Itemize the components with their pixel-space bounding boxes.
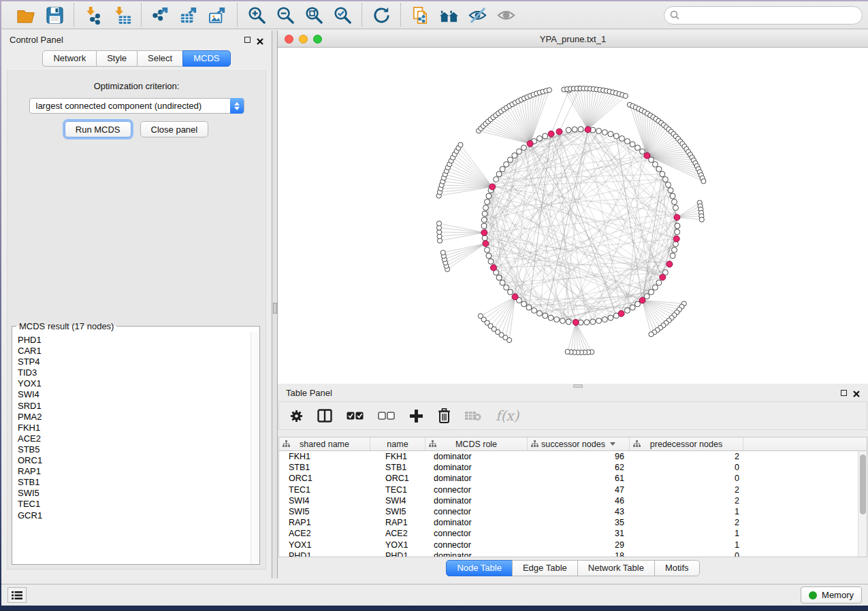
cell-shared-name[interactable]: TEC1 — [279, 485, 370, 495]
select-all-icon[interactable] — [347, 412, 364, 420]
graph-node[interactable] — [699, 217, 704, 222]
cell-MCDS-role[interactable]: dominator — [425, 452, 528, 461]
graph-node[interactable] — [566, 127, 571, 133]
cell-name[interactable]: SWI5 — [370, 507, 425, 516]
task-history-button[interactable] — [7, 587, 27, 603]
graph-node[interactable] — [596, 318, 602, 324]
apply-layout-icon[interactable] — [369, 3, 393, 27]
graph-node[interactable] — [508, 157, 513, 163]
close-table-panel-icon[interactable] — [853, 389, 860, 396]
graph-node[interactable] — [566, 319, 571, 325]
graph-hub-node[interactable] — [489, 184, 496, 190]
graph-hub-node[interactable] — [618, 310, 624, 316]
cell-successor-nodes[interactable]: 47 — [528, 485, 630, 495]
cell-MCDS-role[interactable]: connector — [425, 529, 528, 538]
cell-name[interactable]: TEC1 — [370, 485, 425, 495]
column-header-name[interactable]: name — [370, 437, 425, 450]
maximize-window-button[interactable] — [313, 35, 322, 44]
cell-predecessor-nodes[interactable]: 0 — [630, 551, 743, 557]
graph-node[interactable] — [672, 199, 677, 205]
cell-predecessor-nodes[interactable]: 0 — [630, 463, 743, 472]
memory-button[interactable]: Memory — [801, 587, 862, 604]
graph-node[interactable] — [521, 145, 527, 150]
graph-node[interactable] — [486, 193, 492, 199]
graph-node[interactable] — [481, 217, 487, 222]
graph-node[interactable] — [482, 211, 487, 216]
result-node-item[interactable]: PMA2 — [18, 412, 251, 423]
graph-node[interactable] — [649, 332, 654, 337]
graph-node[interactable] — [485, 247, 490, 252]
table-row[interactable]: PHD1PHD1dominator180 — [279, 550, 858, 557]
graph-node[interactable] — [660, 171, 665, 177]
result-node-item[interactable]: GCR1 — [18, 510, 251, 521]
splitter-grip[interactable] — [273, 303, 277, 314]
result-node-item[interactable]: STB1 — [18, 477, 251, 488]
graph-hub-node[interactable] — [490, 265, 496, 271]
graph-node[interactable] — [602, 130, 607, 135]
graph-node[interactable] — [504, 162, 509, 167]
graph-node[interactable] — [496, 275, 502, 280]
graph-hub-node[interactable] — [585, 127, 591, 133]
table-row[interactable]: YOX1YOX1connector291 — [279, 540, 858, 550]
table-row[interactable]: ORC1ORC1dominator610 — [279, 473, 858, 484]
cell-predecessor-nodes[interactable]: 2 — [630, 496, 743, 506]
result-node-item[interactable]: ORC1 — [18, 455, 251, 466]
cell-name[interactable]: FKH1 — [370, 452, 425, 461]
result-node-item[interactable]: YOX1 — [18, 378, 251, 389]
graph-hub-node[interactable] — [527, 141, 533, 147]
criterion-select[interactable]: largest connected component (undirected) — [29, 98, 244, 114]
graph-hub-node[interactable] — [573, 319, 579, 325]
graph-hub-node[interactable] — [644, 152, 650, 159]
graph-node[interactable] — [436, 221, 441, 226]
graph-node[interactable] — [508, 289, 513, 295]
graph-node[interactable] — [494, 177, 499, 182]
result-node-item[interactable]: SRD1 — [18, 401, 251, 412]
graph-node[interactable] — [537, 311, 543, 316]
graph-node[interactable] — [532, 308, 537, 313]
graph-node[interactable] — [656, 280, 662, 286]
graph-node[interactable] — [512, 153, 517, 159]
cell-name[interactable]: PHD1 — [370, 551, 425, 557]
graph-node[interactable] — [602, 317, 607, 323]
cell-successor-nodes[interactable]: 61 — [528, 474, 630, 483]
graph-node[interactable] — [500, 280, 505, 286]
tab-style[interactable]: Style — [96, 50, 138, 67]
cell-name[interactable]: ORC1 — [370, 474, 425, 483]
zoom-selected-icon[interactable] — [330, 3, 355, 27]
cell-shared-name[interactable]: ORC1 — [279, 474, 370, 483]
column-header-MCDS-role[interactable]: MCDS role — [425, 437, 528, 450]
graph-node[interactable] — [578, 127, 583, 132]
cell-name[interactable]: SWI4 — [370, 496, 425, 506]
graph-node[interactable] — [485, 199, 490, 205]
graph-node[interactable] — [517, 149, 522, 154]
graph-node[interactable] — [613, 133, 619, 139]
cell-successor-nodes[interactable]: 35 — [528, 518, 630, 527]
tab-node-table[interactable]: Node Table — [446, 560, 513, 576]
table-row[interactable]: SWI5SWI5connector431 — [279, 506, 858, 517]
graph-node[interactable] — [478, 314, 483, 318]
cell-shared-name[interactable]: SWI4 — [279, 496, 370, 506]
cell-predecessor-nodes[interactable]: 2 — [630, 452, 743, 461]
run-mcds-button[interactable]: Run MCDS — [65, 121, 131, 137]
graph-node[interactable] — [701, 179, 706, 184]
vertical-splitter[interactable] — [272, 31, 278, 578]
graph-node[interactable] — [649, 289, 654, 295]
graph-node[interactable] — [504, 285, 509, 291]
graph-node[interactable] — [672, 247, 677, 252]
clone-network-icon[interactable] — [408, 3, 432, 27]
result-node-item[interactable]: SWI4 — [18, 389, 251, 400]
graph-node[interactable] — [584, 320, 590, 325]
cell-predecessor-nodes[interactable]: 1 — [630, 507, 743, 516]
graph-node[interactable] — [572, 127, 577, 132]
graph-node[interactable] — [560, 318, 565, 324]
graph-node[interactable] — [458, 142, 463, 147]
result-scrollbar[interactable] — [251, 332, 259, 563]
graph-node[interactable] — [590, 319, 596, 325]
import-table-icon[interactable] — [110, 3, 134, 27]
tab-mcds[interactable]: MCDS — [182, 50, 230, 67]
graph-node[interactable] — [547, 88, 551, 93]
result-node-item[interactable]: PHD1 — [18, 335, 251, 346]
tab-motifs[interactable]: Motifs — [654, 560, 700, 576]
open-icon[interactable] — [14, 3, 38, 27]
export-table-icon[interactable] — [177, 3, 202, 27]
